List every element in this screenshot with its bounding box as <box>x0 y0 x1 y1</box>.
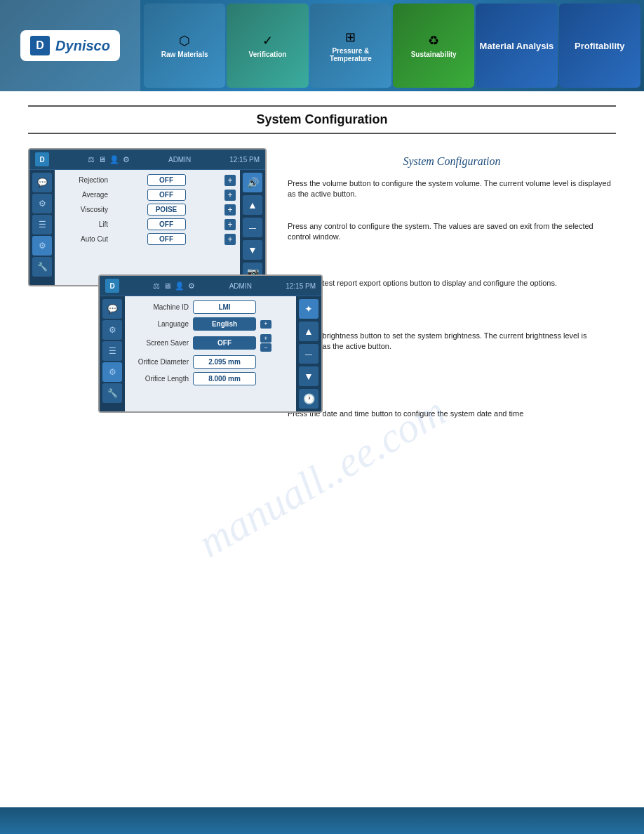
lift-value[interactable]: OFF <box>147 218 186 230</box>
screen1-time: 12:15 PM <box>229 156 260 164</box>
scroll-up-button[interactable]: ▲ <box>243 195 262 215</box>
language-value[interactable]: English <box>193 317 256 331</box>
nav-tabs: ⬡ Raw Materials ✓ Verification ⊞ Pressur… <box>140 0 644 91</box>
screen1-topbar: D ⚖ 🖥 👤 ⚙ ADMIN 12:15 PM <box>29 150 265 170</box>
scroll-minus-button[interactable]: — <box>243 218 262 237</box>
tab-verification[interactable]: ✓ Verification <box>227 4 308 88</box>
volume-button[interactable]: 🔊 <box>243 173 262 192</box>
monitor-icon: 🖥 <box>98 155 106 164</box>
language-plus[interactable]: + <box>260 320 271 329</box>
brightness-button[interactable]: ✦ <box>299 299 318 319</box>
screen2: D ⚖ 🖥 👤 ⚙ ADMIN 12:15 PM 💬 ⚙ <box>98 274 323 413</box>
machineid-label: Machine ID <box>129 303 189 311</box>
screen2-user: ADMIN <box>229 282 252 290</box>
main-content: manuall..ee.com System Configuration D ⚖… <box>0 91 644 793</box>
logo-area: D Dynisco <box>0 0 140 91</box>
machineid-value[interactable]: LMI <box>193 300 256 314</box>
tab-verif-label: Verification <box>249 51 287 58</box>
scroll-down-button[interactable]: ▼ <box>243 240 262 260</box>
screen1-config: Rejection OFF + Average OFF + Viscosit <box>55 170 240 285</box>
screen2-logo: D <box>105 279 119 293</box>
s2-scroll-up[interactable]: ▲ <box>299 322 318 341</box>
viscosity-value[interactable]: POISE <box>147 204 186 216</box>
bottom-bar <box>0 807 644 834</box>
viscosity-label: Viscosity <box>59 206 108 213</box>
annotation-control-text: Press any control to configure the syste… <box>288 221 616 243</box>
screensaver-label: Screen Saver <box>129 339 189 347</box>
average-value[interactable]: OFF <box>147 189 186 201</box>
sidebar-list[interactable]: ☰ <box>32 215 52 234</box>
screensaver-minus[interactable]: − <box>260 343 271 352</box>
tab-material-label: Material Analysis <box>480 41 554 51</box>
sidebar-settings[interactable]: ⚙ <box>32 236 52 256</box>
annotation-export: Press the test report export options but… <box>288 278 616 289</box>
s2-scroll-minus[interactable]: — <box>299 344 318 364</box>
s2-sidebar-wrench[interactable]: 🔧 <box>102 383 122 403</box>
annotation-datetime: Press the date and time button to config… <box>288 409 616 419</box>
field-row-screensaver: Screen Saver OFF + − <box>129 334 292 352</box>
section-title-bar: System Configuration <box>28 105 616 134</box>
screen1-controls: 🔊 ▲ — ▼ 📷 <box>240 170 265 285</box>
monitor2-icon: 🖥 <box>163 282 171 290</box>
screen2-sidebar: 💬 ⚙ ☰ ⚙ 🔧 <box>100 296 125 411</box>
person-icon: 👤 <box>109 155 119 164</box>
annotation-brightness-text: Press the brightness button to set the s… <box>288 331 616 352</box>
field-row-machineid: Machine ID LMI <box>129 300 292 314</box>
screen2-topbar: D ⚖ 🖥 👤 ⚙ ADMIN 12:15 PM <box>100 276 321 296</box>
rejection-label: Rejection <box>59 176 108 184</box>
sidebar-wrench[interactable]: 🔧 <box>32 257 52 277</box>
orificelength-value[interactable]: 8.000 mm <box>193 372 256 385</box>
screen2-time: 12:15 PM <box>286 282 316 290</box>
screen1: D ⚖ 🖥 👤 ⚙ ADMIN 12:15 PM 💬 ⚙ <box>28 148 267 286</box>
average-label: Average <box>59 191 108 199</box>
tab-raw-materials[interactable]: ⬡ Raw Materials <box>144 4 225 88</box>
screen1-icons: ⚖ 🖥 👤 ⚙ <box>88 155 130 164</box>
s2-sidebar-list[interactable]: ☰ <box>102 341 122 361</box>
screen1-user: ADMIN <box>168 156 191 164</box>
sustainability-icon: ♻ <box>428 33 439 48</box>
logo-text: Dynisco <box>55 38 110 54</box>
autocut-value[interactable]: OFF <box>147 233 186 245</box>
average-plus[interactable]: + <box>224 190 236 201</box>
lift-plus[interactable]: + <box>224 219 236 230</box>
screen1-logo: D <box>35 152 49 166</box>
logo-d-icon: D <box>30 36 50 55</box>
screensaver-value[interactable]: OFF <box>193 336 256 350</box>
rejection-plus[interactable]: + <box>224 175 236 186</box>
orificediameter-value[interactable]: 2.095 mm <box>193 355 256 369</box>
config-row-viscosity: Viscosity POISE + <box>59 204 236 216</box>
s2-scroll-down[interactable]: ▼ <box>299 366 318 386</box>
gear2-icon: ⚙ <box>188 282 195 291</box>
screen1-sidebar: 💬 ⚙ ☰ ⚙ 🔧 <box>29 170 55 285</box>
tab-pressure[interactable]: ⊞ Pressure & Temperature <box>310 4 391 88</box>
tab-material-analysis[interactable]: Material Analysis <box>476 4 557 88</box>
config-row-autocut: Auto Cut OFF + <box>59 233 236 245</box>
s2-sidebar-network[interactable]: ⚙ <box>102 320 122 340</box>
field-row-orifice-diameter: Orifice Diameter 2.095 mm <box>129 355 292 369</box>
config-row-rejection: Rejection OFF + <box>59 174 236 186</box>
tab-sustainability[interactable]: ♻ Sustainability <box>393 4 474 88</box>
lift-label: Lift <box>59 220 108 228</box>
page-header: D Dynisco ⬡ Raw Materials ✓ Verification… <box>0 0 644 91</box>
sidebar-messages[interactable]: 💬 <box>32 173 52 192</box>
screensaver-plus[interactable]: + <box>260 334 271 343</box>
field-row-orifice-length: Orifice Length 8.000 mm <box>129 372 292 385</box>
autocut-label: Auto Cut <box>59 235 108 243</box>
balance-icon: ⚖ <box>88 155 95 164</box>
screensaver-plusminus: + − <box>260 334 271 352</box>
sidebar-network[interactable]: ⚙ <box>32 194 52 213</box>
gear-icon: ⚙ <box>123 155 130 164</box>
datetime-button[interactable]: 🕐 <box>299 389 318 409</box>
s2-sidebar-settings[interactable]: ⚙ <box>102 362 122 382</box>
annotation-brightness: Press the brightness button to set the s… <box>288 331 616 352</box>
tab-sustain-label: Sustainability <box>411 51 457 58</box>
tab-profitability[interactable]: Profitability <box>559 4 640 88</box>
s2-sidebar-messages[interactable]: 💬 <box>102 299 122 319</box>
viscosity-plus[interactable]: + <box>224 204 236 216</box>
balance2-icon: ⚖ <box>153 282 160 291</box>
autocut-plus[interactable]: + <box>224 234 236 245</box>
tab-pressure-label: Pressure & Temperature <box>313 47 389 62</box>
rejection-value[interactable]: OFF <box>147 174 186 186</box>
config-row-lift: Lift OFF + <box>59 218 236 230</box>
annotation-datetime-text: Press the date and time button to config… <box>288 409 616 419</box>
